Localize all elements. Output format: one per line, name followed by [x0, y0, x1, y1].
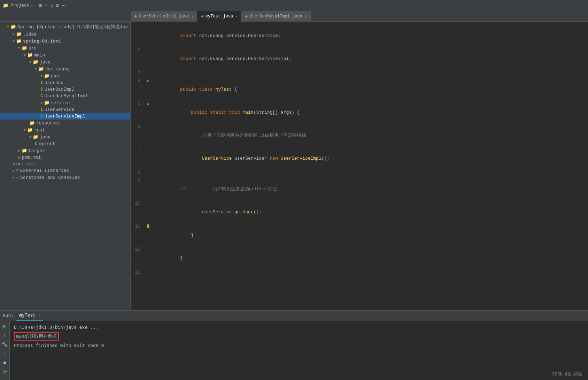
line-num-12: 12: [131, 247, 145, 252]
line-content-5: public static void main(String[] args) {: [152, 101, 588, 124]
line-num-11: 11: [131, 224, 145, 229]
run-camera-btn[interactable]: 📷: [1, 378, 8, 380]
tree-label-resources: resources: [36, 121, 61, 126]
watermark: CSDN @星~闪耀: [552, 371, 582, 377]
tree-item-comkuang[interactable]: ▼ 📁 com.kuang: [0, 66, 130, 73]
tree-arrow-comkuang: ▼: [35, 67, 37, 71]
code-line-13: 13: [131, 270, 588, 278]
tab-close-mytest[interactable]: ✕: [235, 14, 238, 18]
tree-item-test[interactable]: ▼ 📁 test: [0, 127, 130, 134]
dropdown-arrow[interactable]: ▾: [31, 3, 33, 8]
folder-main-icon: 📁: [27, 52, 33, 58]
tab-close-userserviceimpl[interactable]: ✕: [191, 14, 193, 18]
tree-arrow-src: ▼: [18, 46, 20, 50]
icon-extlibs: ≡: [16, 168, 19, 173]
tab-icon-userserviceimpl: ●: [134, 14, 137, 19]
tree-item-userdao[interactable]: I UserDao: [0, 79, 130, 86]
tree-item-userserviceimpl[interactable]: C UserServiceImpl: [0, 113, 130, 120]
line-gutter-5: ▶: [145, 101, 152, 107]
tree-item-scratches[interactable]: ▶ ✏ Scratches and Consoles: [0, 174, 130, 181]
tree-label-test: test: [34, 128, 45, 133]
run-play-btn[interactable]: ▶: [2, 322, 7, 330]
tree-item-pom1[interactable]: m pom.xml: [0, 154, 130, 161]
run-wrench-btn[interactable]: 🔧: [1, 341, 8, 348]
sort-icon[interactable]: ⇅: [50, 2, 53, 8]
folder-src-icon: 📁: [22, 45, 27, 51]
tree-item-userdaomysqlimpl[interactable]: C UserDaoMysqlImpl: [0, 93, 130, 99]
line-content-11: }: [152, 224, 588, 247]
line-content-4: public class myTest {: [152, 78, 588, 101]
icon-scratches: ✏: [16, 175, 19, 180]
line-num-3: 3: [131, 70, 145, 76]
layout-icon[interactable]: ⊞: [39, 2, 41, 8]
tree-label-userdao: UserDao: [45, 80, 64, 85]
run-up-btn[interactable]: ↑: [2, 332, 7, 339]
minimize-icon[interactable]: —: [62, 2, 64, 8]
file-icon-userservice: I: [40, 107, 43, 112]
file-icon-userserviceimpl: C: [40, 114, 43, 119]
line-content-10: userService.getUser();: [152, 201, 588, 224]
run-rerun-btn[interactable]: ⟳: [2, 368, 8, 376]
tree-item-idea[interactable]: ▶ 📁 .idea: [0, 31, 130, 38]
tab-mytest[interactable]: ● myTest.java ✕: [197, 11, 241, 22]
folder-target-icon: 📁: [22, 148, 27, 153]
tree-item-target[interactable]: ▶ 📁 target: [0, 147, 130, 154]
line-num-1: 1: [131, 24, 145, 30]
folder-resources-icon: 📁: [29, 120, 35, 126]
tree-item-mytest[interactable]: C myTest: [0, 140, 130, 147]
run-tab-mytest[interactable]: myTest ✕: [16, 311, 43, 321]
file-icon-userdaoimpl: C: [40, 87, 43, 92]
output-jdk: D:\Java\jdk1.8\bin\java.exe ...: [14, 324, 584, 331]
tree-item-spring-root[interactable]: ▼ 📁 Spring [Spring study] D:\学习笔记\狂神说Jav: [0, 23, 130, 31]
tree-item-main[interactable]: ▼ 📁 main: [0, 52, 130, 59]
tab-userdaomysqlimpl[interactable]: ● UserDaoMysqlImpl.java ✕: [241, 11, 311, 22]
tab-label-userdaomysqlimpl: UserDaoMysqlImpl.java: [250, 14, 302, 19]
tree-item-dao[interactable]: ▼ 📁 dao: [0, 73, 130, 79]
code-line-8: 8: [131, 170, 588, 178]
tree-arrow-main: ▼: [24, 53, 26, 57]
run-down-btn[interactable]: ↓: [2, 350, 7, 357]
folder-service-icon: 📁: [44, 100, 49, 106]
folder-test-icon: 📁: [27, 127, 33, 133]
tree-item-java[interactable]: ▼ 📁 java: [0, 59, 130, 66]
tree-item-extlibs[interactable]: ▶ ≡ External Libraries: [0, 167, 130, 174]
line-num-4: 4: [131, 78, 145, 83]
line-gutter-11: 🔒: [145, 224, 152, 228]
tree-label-comkuang: com.kuang: [45, 67, 70, 72]
tree-item-resources[interactable]: 📁 resources: [0, 120, 130, 127]
code-line-1: 1 import com.kuang.service.UserService;: [131, 24, 588, 47]
output-exit: Process finished with exit code 0: [14, 342, 584, 349]
folder-dao-icon: 📁: [44, 73, 49, 79]
tab-userserviceimpl[interactable]: ● UserServiceImpl.java ✕: [131, 11, 197, 22]
tree-label-pom2: pom.xml: [16, 161, 36, 167]
tree-item-userdaoimpl[interactable]: C UserDaoImpl: [0, 86, 130, 93]
code-line-11: 11 🔒 }: [131, 224, 588, 247]
tree-label-userservice: UserService: [45, 107, 75, 112]
tree-item-src[interactable]: ▼ 📁 src: [0, 45, 130, 52]
code-line-6: 6 //用户实际调用的是业务层，dao层用户不需要接触: [131, 124, 588, 147]
tree-item-pom2[interactable]: m pom.xml: [0, 161, 130, 167]
tab-close-userdaomysqlimpl[interactable]: ✕: [305, 14, 307, 18]
run-sidebar: ▶ ↑ 🔧 ↓ ■ ⟳ 📷 ⇅ 🖨 ↙ 🗑: [0, 321, 10, 380]
tree-item-java-test[interactable]: ▼ 📁 java: [0, 134, 130, 140]
file-icon-pom2: m: [13, 162, 15, 166]
tree-arrow-target: ▶: [18, 149, 20, 153]
tree-arrow-java-test: ▼: [29, 135, 31, 139]
main-content: ▼ 📁 Spring [Spring study] D:\学习笔记\狂神说Jav…: [0, 22, 588, 310]
tree-item-userservice[interactable]: I UserService: [0, 106, 130, 113]
project-label: Project: [10, 3, 30, 8]
line-content-9: // 用户调用业务层的getUser方法: [152, 178, 588, 201]
tree-item-spring01[interactable]: ▼ 📁 spring-01-ioc1: [0, 38, 130, 45]
tree-item-service[interactable]: ▼ 📁 service: [0, 99, 130, 106]
file-icon-pom1: m: [18, 155, 21, 160]
code-editor[interactable]: 1 import com.kuang.service.UserService; …: [131, 22, 588, 310]
tree-arrow-test: ▼: [24, 128, 26, 132]
run-tab-close[interactable]: ✕: [38, 313, 40, 318]
tree-label-userdaomysqlimpl: UserDaoMysqlImpl: [45, 93, 88, 99]
run-stop-btn[interactable]: ■: [2, 359, 7, 366]
run-panel: Run: myTest ✕ ▶ ↑ 🔧 ↓ ■ ⟳ 📷 ⇅ 🖨 ↙ 🗑: [0, 310, 588, 380]
settings-icon[interactable]: ⚙: [56, 2, 59, 8]
output-mysql: mysql获取用户数据: [14, 332, 584, 341]
align-icon[interactable]: ≡: [45, 2, 47, 8]
code-line-2: 2 import com.kuang.service.UserServiceIm…: [131, 47, 588, 70]
